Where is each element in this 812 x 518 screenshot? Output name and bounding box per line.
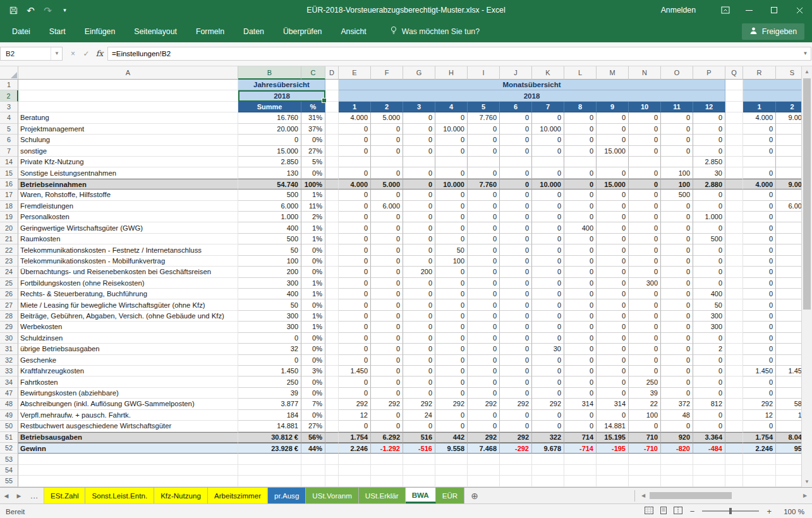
month-cell[interactable]: 0 <box>564 244 597 255</box>
month-cell[interactable]: 0 <box>532 410 564 421</box>
row-header-17[interactable]: 17 <box>0 190 18 200</box>
month-cell[interactable]: 10.000 <box>435 124 468 135</box>
row-header-20[interactable]: 20 <box>0 222 18 233</box>
month-cell[interactable]: 0 <box>564 212 597 222</box>
month-cell[interactable]: 0 <box>403 256 435 267</box>
row-header-21[interactable]: 21 <box>0 234 18 244</box>
month-cell[interactable]: 0 <box>500 299 532 310</box>
pct-cell[interactable]: 0% <box>301 256 325 267</box>
row-header-49[interactable]: 49 <box>0 410 18 421</box>
cell[interactable] <box>325 410 339 421</box>
cumulative-header-2[interactable]: 2 <box>776 102 801 112</box>
month-cell[interactable] <box>629 454 661 464</box>
month-cell[interactable]: 0 <box>403 135 435 145</box>
row-header-48[interactable]: 48 <box>0 399 18 409</box>
month-cell[interactable]: 10.000 <box>435 179 468 190</box>
ribbon-tab-überprüfen[interactable]: Überprüfen <box>274 20 332 42</box>
month-cell[interactable] <box>435 454 468 464</box>
pct-cell[interactable]: 1% <box>301 190 325 200</box>
month-header-1[interactable]: 1 <box>339 102 371 112</box>
month-cell[interactable]: 0 <box>371 190 403 200</box>
month-cell[interactable]: 0 <box>532 388 564 399</box>
month-cell[interactable]: -820 <box>661 443 693 454</box>
month-cell[interactable]: 0 <box>629 112 661 123</box>
month-cell[interactable] <box>371 476 403 486</box>
month-cell[interactable]: 500 <box>661 190 693 200</box>
sum-cell[interactable]: 100 <box>238 256 301 267</box>
month-cell[interactable]: 0 <box>693 278 725 289</box>
cumulative-cell[interactable]: 0 <box>776 344 801 354</box>
month-cell[interactable]: 0 <box>435 146 468 157</box>
zoom-level[interactable]: 100 % <box>779 507 804 515</box>
month-cell[interactable]: 22 <box>629 399 661 409</box>
month-cell[interactable] <box>597 465 629 476</box>
row-header-33[interactable]: 33 <box>0 366 18 376</box>
month-cell[interactable]: 0 <box>500 167 532 178</box>
month-cell[interactable]: 0 <box>339 388 371 399</box>
month-cell[interactable]: 0 <box>435 410 468 421</box>
month-cell[interactable]: 0 <box>661 201 693 212</box>
sum-cell[interactable]: 2.850 <box>238 157 301 167</box>
cell[interactable] <box>725 333 743 344</box>
month-cell[interactable]: 0 <box>371 344 403 354</box>
month-cell[interactable]: 0 <box>468 146 500 157</box>
month-cell[interactable]: 292 <box>500 399 532 409</box>
row-label[interactable]: übrige Betriebsausgaben <box>18 344 238 354</box>
cumulative-cell[interactable]: 0 <box>743 322 776 332</box>
month-cell[interactable]: 0 <box>339 190 371 200</box>
month-cell[interactable]: 0 <box>629 234 661 244</box>
month-cell[interactable]: 314 <box>597 399 629 409</box>
month-header-4[interactable]: 4 <box>435 102 468 112</box>
sheet-nav-right-icon[interactable]: ▶ <box>13 488 25 503</box>
cumulative-cell[interactable]: 0 <box>776 124 801 135</box>
pct-cell[interactable] <box>301 476 325 486</box>
cell[interactable] <box>325 322 339 332</box>
month-cell[interactable]: 6.000 <box>371 201 403 212</box>
pct-cell[interactable] <box>301 454 325 464</box>
column-header-D[interactable]: D <box>325 66 339 80</box>
row-label[interactable]: Personalkosten <box>18 212 238 222</box>
cell[interactable] <box>325 388 339 399</box>
row-header-55[interactable]: 55 <box>0 476 18 486</box>
month-cell[interactable]: 0 <box>468 212 500 222</box>
month-cell[interactable]: 0 <box>500 201 532 212</box>
row-header-2[interactable]: 2 <box>0 90 18 101</box>
month-cell[interactable]: 0 <box>371 311 403 322</box>
month-cell[interactable]: 400 <box>693 289 725 299</box>
cumulative-cell[interactable]: 0 <box>776 212 801 222</box>
month-cell[interactable]: 0 <box>629 201 661 212</box>
month-cell[interactable]: 0 <box>403 190 435 200</box>
ribbon-tab-daten[interactable]: Daten <box>234 20 274 42</box>
month-cell[interactable]: 400 <box>564 222 597 233</box>
month-cell[interactable]: 300 <box>629 278 661 289</box>
cell[interactable] <box>325 421 339 431</box>
month-cell[interactable]: 0 <box>597 244 629 255</box>
cumulative-cell[interactable]: 0 <box>776 421 801 431</box>
month-cell[interactable]: 0 <box>339 344 371 354</box>
row-label[interactable]: Telekommunikationskosten - Festnetz / In… <box>18 244 238 255</box>
month-cell[interactable]: 0 <box>403 388 435 399</box>
cell[interactable] <box>725 366 743 376</box>
month-cell[interactable]: 0 <box>597 278 629 289</box>
row-header-5[interactable]: 5 <box>0 124 18 135</box>
cumulative-cell[interactable] <box>776 476 801 486</box>
month-cell[interactable]: 7.468 <box>468 443 500 454</box>
cumulative-cell[interactable]: 0 <box>776 311 801 322</box>
close-button[interactable] <box>787 0 812 20</box>
month-cell[interactable]: 0 <box>564 234 597 244</box>
month-cell[interactable]: 0 <box>371 167 403 178</box>
month-cell[interactable] <box>661 454 693 464</box>
cumulative-cell[interactable]: 0 <box>743 289 776 299</box>
month-overview-header[interactable]: Monatsübersicht <box>339 80 725 90</box>
month-cell[interactable]: 0 <box>629 244 661 255</box>
cumulative-cell[interactable]: 1.450 <box>776 366 801 376</box>
cumulative-cell[interactable] <box>776 454 801 464</box>
month-cell[interactable]: 0 <box>371 388 403 399</box>
cell[interactable] <box>725 388 743 399</box>
row-label[interactable]: Fahrtkosten <box>18 376 238 387</box>
month-cell[interactable]: 0 <box>339 234 371 244</box>
row-header-16[interactable]: 16 <box>0 179 18 190</box>
month-cell[interactable]: 0 <box>629 322 661 332</box>
month-cell[interactable]: 50 <box>435 244 468 255</box>
sum-cell[interactable]: 6.000 <box>238 201 301 212</box>
